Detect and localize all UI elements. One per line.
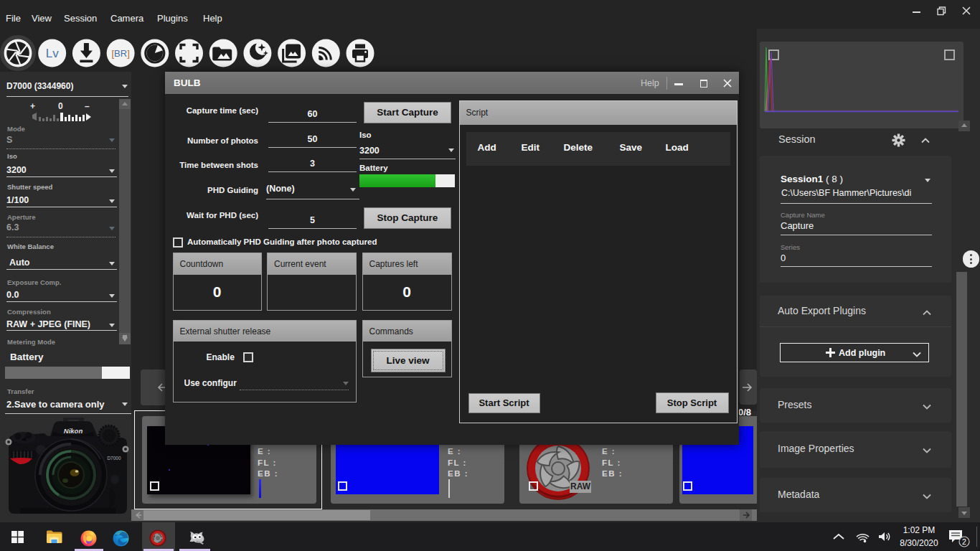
svg-text:D7000: D7000 xyxy=(107,456,121,461)
svg-text:[BR]: [BR] xyxy=(111,48,129,59)
svg-text:Nikon: Nikon xyxy=(64,427,83,435)
svg-text:Lv: Lv xyxy=(46,47,59,60)
svg-text:2: 2 xyxy=(962,537,966,546)
